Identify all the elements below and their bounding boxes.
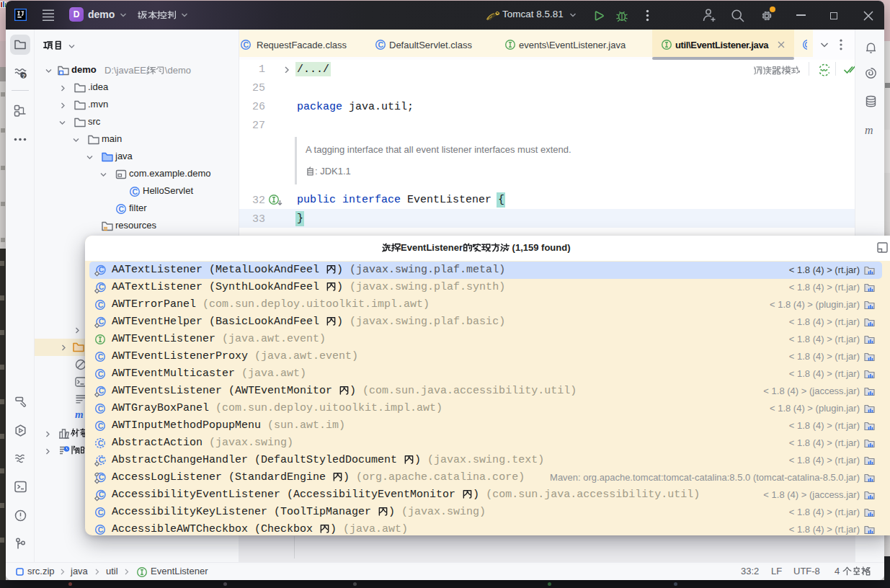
svg-text:C: C bbox=[99, 473, 104, 481]
svg-text:C: C bbox=[98, 404, 104, 413]
svg-text:C: C bbox=[99, 455, 104, 464]
svg-text:C: C bbox=[98, 508, 104, 517]
svg-text:C: C bbox=[378, 40, 384, 49]
svg-text:C: C bbox=[98, 422, 104, 430]
svg-text:C: C bbox=[99, 317, 104, 326]
svg-text:C: C bbox=[99, 386, 104, 395]
svg-text:C: C bbox=[99, 490, 104, 499]
svg-text:C: C bbox=[98, 352, 104, 361]
svg-text:C: C bbox=[99, 265, 104, 274]
svg-text:?: ? bbox=[22, 73, 26, 79]
svg-text:C: C bbox=[98, 439, 104, 447]
svg-text:C: C bbox=[98, 300, 104, 309]
svg-text:C: C bbox=[133, 187, 138, 196]
svg-text:C: C bbox=[244, 40, 249, 49]
svg-text:C: C bbox=[99, 282, 104, 291]
svg-text:C: C bbox=[119, 205, 125, 213]
svg-text:C: C bbox=[98, 525, 104, 534]
svg-text:C: C bbox=[98, 370, 104, 378]
